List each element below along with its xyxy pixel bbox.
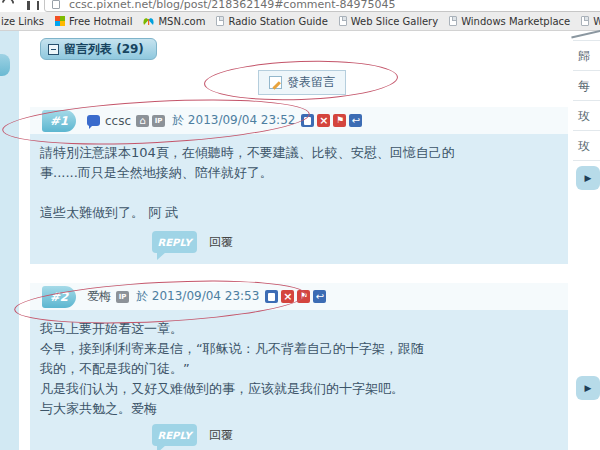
windows-flag-icon (55, 16, 65, 26)
home-icon[interactable] (27, 1, 39, 10)
home-link-icon[interactable]: ⌂ (136, 115, 149, 127)
bookmark-free-hotmail[interactable]: Free Hotmail (55, 16, 132, 27)
comment-header: #2 爱梅 IP 於 2013/09/04 23:53 × ⚑ ↩ (30, 283, 568, 310)
pencil-icon (269, 76, 282, 89)
next-arrow-button[interactable]: ▶ (576, 166, 600, 190)
comment-number-badge: #1 (42, 110, 76, 132)
avatar-bubble-icon (87, 115, 100, 126)
post-comment-button[interactable]: 發表留言 (258, 70, 346, 95)
comment-1: #1 ccsc ⌂ IP 於 2013/09/04 23:52 × ⚑ ↩ 請特… (30, 107, 568, 264)
browser-top-bar: ccsc.pixnet.net/blog/post/218362149#comm… (0, 0, 600, 12)
page-favicon-icon (52, 0, 60, 9)
comment-2: #2 爱梅 IP 於 2013/09/04 23:53 × ⚑ ↩ 我马上要开始… (30, 283, 568, 450)
page-icon (449, 16, 457, 26)
comment-author[interactable]: ccsc (105, 114, 131, 128)
report-comment-icon[interactable]: ⚑ (333, 114, 346, 127)
bookmark-windows-marketplace[interactable]: Windows Marketplace (449, 16, 570, 27)
comment-text-line: 我马上要开始看这一章。 (40, 319, 558, 339)
comment-text-line: 事......而只是全然地接納、陪伴就好了。 (40, 163, 558, 183)
reply-arrow-icon[interactable]: ↩ (313, 290, 326, 303)
address-bar[interactable]: ccsc.pixnet.net/blog/post/218362149#comm… (44, 0, 600, 12)
bookmark-radio-station-guide[interactable]: Radio Station Guide (216, 16, 327, 27)
comment-text-line (40, 183, 558, 203)
bookmark-web-slice-gallery[interactable]: Web Slice Gallery (339, 16, 438, 27)
page-icon (216, 16, 224, 26)
page-icon (339, 16, 347, 26)
comment-header: #1 ccsc ⌂ IP 於 2013/09/04 23:52 × ⚑ ↩ (30, 107, 568, 134)
reply-arrow-icon[interactable]: ↩ (349, 114, 362, 127)
left-sidebar-strip (0, 31, 19, 450)
reply-button[interactable]: REPLY (152, 231, 197, 253)
delete-comment-icon[interactable]: × (281, 290, 294, 303)
comment-list-header[interactable]: 留言列表 (29) (40, 38, 157, 60)
comment-text-line: 与大家共勉之。爱梅 (40, 399, 558, 419)
bookmark-customize-links[interactable]: ize Links (1, 16, 44, 27)
url-text: ccsc.pixnet.net/blog/post/218362149#comm… (69, 0, 396, 11)
comment-text-line: 這些太難做到了。 阿 武 (40, 203, 558, 223)
comment-text-line: 我的，不配是我的门徒。” (40, 359, 558, 379)
sidebar-item-2[interactable]: 每 (573, 71, 600, 101)
reload-icon[interactable] (0, 0, 16, 11)
comment-number-badge: #2 (42, 286, 76, 308)
reply-button[interactable]: REPLY (152, 424, 197, 446)
comment-date: 於 2013/09/04 23:53 (136, 288, 259, 305)
reply-label[interactable]: 回覆 (209, 427, 233, 444)
collapse-icon[interactable] (48, 44, 59, 55)
manage-comment-icon[interactable] (301, 114, 314, 127)
sidebar-item-1[interactable]: 歸 (573, 41, 600, 71)
bookmark-windows-media[interactable]: Windows Media (581, 16, 600, 27)
comment-body: 我马上要开始看这一章。 今早，接到利利寄来是信，“耶稣说：凡不背着自己的十字架，… (30, 310, 568, 450)
sidebar-item-4[interactable]: 玫 (573, 131, 600, 161)
bookmark-msn[interactable]: MSN.com (143, 16, 205, 27)
report-comment-icon[interactable]: ⚑ (297, 290, 310, 303)
comment-text-line: 今早，接到利利寄来是信，“耶稣说：凡不背着自己的十字架，跟随 (40, 339, 558, 359)
ip-icon[interactable]: IP (152, 115, 165, 127)
bookmarks-bar: ize Links Free Hotmail MSN.com Radio Sta… (0, 12, 600, 31)
comment-date: 於 2013/09/04 23:52 (172, 112, 295, 129)
comment-author[interactable]: 爱梅 (87, 288, 111, 305)
sidebar-item-3[interactable]: 玫 (573, 101, 600, 131)
next-arrow-button[interactable]: ▶ (576, 376, 600, 400)
delete-comment-icon[interactable]: × (317, 114, 330, 127)
ip-icon[interactable]: IP (116, 291, 129, 303)
comment-text-line: 凡是我们认为，又好又难做到的事，应该就是我们的十字架吧。 (40, 379, 558, 399)
page-icon (581, 16, 589, 26)
comment-list-title: 留言列表 (29) (64, 41, 144, 58)
manage-comment-icon[interactable] (265, 290, 278, 303)
reply-label[interactable]: 回覆 (209, 234, 233, 251)
comment-body: 請特別注意課本104頁，在傾聽時，不要建議、比較、安慰、回憶自己的 事.....… (30, 134, 568, 264)
comment-text-line: 請特別注意課本104頁，在傾聽時，不要建議、比較、安慰、回憶自己的 (40, 143, 558, 163)
msn-butterfly-icon (143, 16, 154, 26)
